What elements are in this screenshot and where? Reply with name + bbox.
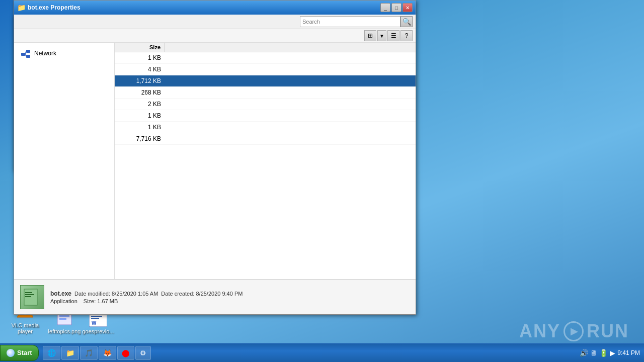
folder-icon: 📁 [66, 349, 74, 357]
anyrun-watermark: ANY RUN [519, 321, 629, 342]
explorer-minimize-btn[interactable]: _ [380, 3, 390, 12]
file-size-cell: 7,716 KB [115, 134, 165, 143]
svg-rect-20 [25, 292, 32, 293]
tray-arrow-icon: ▶ [610, 349, 615, 357]
explorer-title: bot.exe Properties [28, 4, 378, 11]
svg-rect-15 [26, 50, 30, 53]
start-label: Start [17, 349, 32, 356]
status-filename: bot.exe [50, 290, 71, 297]
file-size-cell: 1 KB [115, 111, 165, 120]
filelist-row[interactable]: 1 KB [115, 122, 416, 133]
anyrun-text-run: RUN [587, 321, 629, 342]
start-orb-icon [7, 349, 15, 357]
vlc-label: VLC media player [5, 322, 45, 334]
tray-speaker-icon: 🔊 [580, 349, 588, 357]
svg-line-18 [25, 54, 26, 56]
start-button[interactable]: Start [0, 345, 39, 361]
taskbar-tray: 🔊 🖥 🔋 ▶ 9:41 PM [576, 349, 644, 357]
sidebar-item-network[interactable]: Network [14, 47, 114, 60]
goesprevio-label: goesprevio... [83, 328, 114, 334]
network-icon [20, 49, 31, 58]
explorer-toolbar: 🔍 [14, 15, 416, 29]
filelist-row[interactable]: 2 KB [115, 99, 416, 110]
svg-rect-14 [21, 53, 25, 56]
anyrun-play-icon [564, 321, 584, 341]
anyrun-text-any: ANY [519, 321, 560, 342]
filelist-row[interactable]: 1 KB [115, 52, 416, 64]
explorer-viewbar: ⊞ ▼ ☰ ? [14, 29, 416, 43]
file-size-cell: 1 KB [115, 53, 165, 62]
titlebar-controls: _ □ ✕ [380, 3, 413, 12]
ie-icon: 🌐 [47, 349, 56, 357]
taskbar-item-explorer[interactable]: 📁 [61, 346, 79, 360]
filelist-row[interactable]: 7,716 KB [115, 133, 416, 145]
file-size-cell: 1 KB [115, 123, 165, 132]
tray-battery-icon: 🔋 [599, 349, 608, 357]
taskbar-item-ie[interactable]: 🌐 [43, 346, 60, 360]
filelist-row[interactable]: 4 KB [115, 64, 416, 75]
explorer-window: 📁 bot.exe Properties _ □ ✕ 🔍 ⊞ ▼ ☰ ? [14, 0, 416, 315]
taskbar-item-settings[interactable]: ⚙ [135, 346, 151, 360]
taskbar-item-alert[interactable]: ⬤ [117, 346, 134, 360]
status-date-created: Date created: 8/25/2020 9:40 PM [161, 291, 243, 297]
file-size-cell: 4 KB [115, 65, 165, 74]
explorer-close-btn[interactable]: ✕ [403, 3, 413, 12]
alert-icon: ⬤ [122, 349, 130, 357]
svg-rect-6 [59, 315, 69, 317]
taskbar-items: 🌐 📁 🎵 🦊 ⬤ ⚙ [41, 346, 576, 360]
file-size-cell: 2 KB [115, 100, 165, 109]
lefttopics-label: lefttopics.png [48, 328, 81, 334]
svg-rect-11 [91, 316, 102, 317]
explorer-main: Network Size 1 KB4 KB1,712 KB268 KB2 KB1… [14, 43, 416, 279]
settings-icon: ⚙ [140, 349, 146, 357]
svg-rect-12 [91, 318, 99, 319]
svg-rect-16 [26, 55, 30, 58]
search-go-btn[interactable]: 🔍 [400, 16, 413, 27]
filelist-row[interactable]: 268 KB [115, 87, 416, 99]
sidebar-network-label: Network [34, 50, 56, 57]
status-date-modified: Date modified: 8/25/2020 1:05 AM [74, 291, 158, 297]
taskbar-item-firefox[interactable]: 🦊 [99, 346, 116, 360]
svg-line-17 [25, 51, 26, 54]
media-icon: 🎵 [85, 349, 93, 357]
view-grid-btn[interactable]: ⊞ [364, 30, 376, 41]
status-info: bot.exe Date modified: 8/25/2020 1:05 AM… [50, 290, 243, 304]
status-size: Size: 1.67 MB [84, 298, 118, 304]
status-type: Application [50, 298, 77, 304]
search-input[interactable] [300, 16, 400, 27]
file-size-cell: 1,712 KB [115, 76, 165, 85]
view-help-btn[interactable]: ? [400, 30, 413, 41]
explorer-window-icon: 📁 [17, 4, 26, 12]
explorer-maximize-btn[interactable]: □ [391, 3, 401, 12]
filelist-header: Size [115, 43, 416, 52]
taskbar: Start 🌐 📁 🎵 🦊 ⬤ ⚙ 🔊 🖥 🔋 ▶ 9:41 PM [0, 343, 644, 362]
svg-text:W: W [92, 320, 97, 326]
taskbar-item-media[interactable]: 🎵 [80, 346, 98, 360]
explorer-titlebar: 📁 bot.exe Properties _ □ ✕ [14, 1, 416, 15]
filelist-rows: 1 KB4 KB1,712 KB268 KB2 KB1 KB1 KB7,716 … [115, 52, 416, 145]
svg-rect-21 [25, 294, 34, 295]
firefox-icon: 🦊 [103, 349, 112, 357]
file-size-cell: 268 KB [115, 88, 165, 97]
tray-time: 9:41 PM [617, 349, 640, 356]
explorer-sidebar: Network [14, 43, 115, 279]
svg-rect-7 [59, 318, 66, 320]
view-dropdown-btn[interactable]: ▼ [377, 30, 386, 41]
tray-network-icon: 🖥 [590, 349, 597, 357]
file-icon [20, 285, 44, 309]
explorer-statusbar: bot.exe Date modified: 8/25/2020 1:05 AM… [14, 279, 416, 314]
filelist-row[interactable]: 1 KB [115, 110, 416, 122]
explorer-filelist[interactable]: Size 1 KB4 KB1,712 KB268 KB2 KB1 KB1 KB7… [115, 43, 416, 279]
size-column-header[interactable]: Size [115, 43, 165, 52]
view-detail-btn[interactable]: ☰ [387, 30, 399, 41]
filelist-row[interactable]: 1,712 KB [115, 75, 416, 87]
svg-rect-22 [25, 296, 31, 297]
